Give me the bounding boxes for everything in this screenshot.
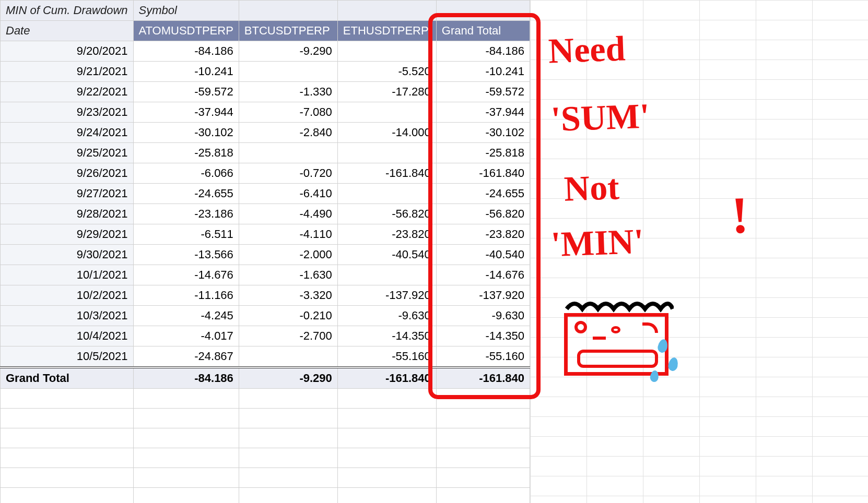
pivot-corner-label[interactable]: MIN of Cum. Drawdown <box>1 1 134 21</box>
cell-value[interactable]: -5.520 <box>337 62 436 82</box>
cell-value[interactable]: -6.410 <box>239 184 337 204</box>
cell-value[interactable] <box>337 102 436 123</box>
cell-value[interactable] <box>337 143 436 163</box>
cell-value[interactable] <box>337 184 436 204</box>
cell-value[interactable]: -23.820 <box>337 224 436 245</box>
grand-total-c0[interactable]: -84.186 <box>133 367 239 389</box>
cell-value[interactable]: -0.720 <box>239 163 337 184</box>
cell-value[interactable]: -10.241 <box>436 62 530 82</box>
cell-value[interactable]: -56.820 <box>436 204 530 224</box>
spreadsheet-empty-grid[interactable] <box>530 0 868 503</box>
cell-value[interactable]: -13.566 <box>133 245 239 265</box>
cell-value[interactable]: -55.160 <box>337 346 436 368</box>
table-row: 10/4/2021-4.017-2.700-14.350-14.350 <box>1 326 530 346</box>
cell-value[interactable]: -3.320 <box>239 285 337 306</box>
cell-value[interactable]: -59.572 <box>133 82 239 102</box>
cell-value[interactable]: -24.867 <box>133 346 239 368</box>
row-date[interactable]: 9/28/2021 <box>1 204 134 224</box>
cell-value[interactable]: -161.840 <box>337 163 436 184</box>
row-date[interactable]: 9/20/2021 <box>1 41 134 62</box>
row-date[interactable]: 9/21/2021 <box>1 62 134 82</box>
cell-value[interactable] <box>337 41 436 62</box>
cell-value[interactable]: -84.186 <box>133 41 239 62</box>
row-date[interactable]: 9/27/2021 <box>1 184 134 204</box>
pivot-col-header-1[interactable]: BTCUSDTPERP <box>239 21 337 41</box>
row-date[interactable]: 10/1/2021 <box>1 265 134 285</box>
pivot-header-blank[interactable] <box>337 1 436 21</box>
cell-value[interactable]: -59.572 <box>436 82 530 102</box>
row-date[interactable]: 10/4/2021 <box>1 326 134 346</box>
cell-value[interactable]: -14.676 <box>133 265 239 285</box>
cell-value[interactable]: -17.280 <box>337 82 436 102</box>
cell-value[interactable]: -24.655 <box>436 184 530 204</box>
cell-value[interactable]: -40.540 <box>337 245 436 265</box>
cell-value[interactable]: -11.166 <box>133 285 239 306</box>
cell-value[interactable]: -25.818 <box>436 143 530 163</box>
grand-total-label[interactable]: Grand Total <box>1 367 134 389</box>
cell-value[interactable]: -9.630 <box>436 306 530 326</box>
row-date[interactable]: 10/3/2021 <box>1 306 134 326</box>
row-date[interactable]: 9/29/2021 <box>1 224 134 245</box>
pivot-col-field-label[interactable]: Symbol <box>133 1 239 21</box>
cell-value[interactable]: -14.350 <box>337 326 436 346</box>
row-date[interactable]: 9/25/2021 <box>1 143 134 163</box>
cell-value[interactable]: -2.700 <box>239 326 337 346</box>
cell-value[interactable]: -4.245 <box>133 306 239 326</box>
cell-value[interactable]: -6.511 <box>133 224 239 245</box>
pivot-header-blank[interactable] <box>239 1 337 21</box>
grand-total-c2[interactable]: -161.840 <box>337 367 436 389</box>
pivot-row-field-label[interactable]: Date <box>1 21 134 41</box>
row-date[interactable]: 9/26/2021 <box>1 163 134 184</box>
cell-value[interactable]: -1.330 <box>239 82 337 102</box>
row-date[interactable]: 9/23/2021 <box>1 102 134 123</box>
cell-value[interactable]: -9.290 <box>239 41 337 62</box>
cell-value[interactable] <box>239 62 337 82</box>
cell-value[interactable] <box>239 143 337 163</box>
table-row: 9/26/2021-6.066-0.720-161.840-161.840 <box>1 163 530 184</box>
cell-value[interactable]: -2.000 <box>239 245 337 265</box>
pivot-col-header-grand-total[interactable]: Grand Total <box>436 21 530 41</box>
cell-value[interactable]: -37.944 <box>436 102 530 123</box>
cell-value[interactable]: -24.655 <box>133 184 239 204</box>
cell-value[interactable]: -4.110 <box>239 224 337 245</box>
cell-value[interactable]: -137.920 <box>337 285 436 306</box>
cell-value[interactable]: -4.017 <box>133 326 239 346</box>
cell-value[interactable]: -25.818 <box>133 143 239 163</box>
cell-value[interactable]: -23.820 <box>436 224 530 245</box>
row-date[interactable]: 9/22/2021 <box>1 82 134 102</box>
cell-value[interactable] <box>337 265 436 285</box>
cell-value[interactable]: -14.000 <box>337 123 436 143</box>
cell-value[interactable]: -14.350 <box>436 326 530 346</box>
row-date[interactable]: 9/24/2021 <box>1 123 134 143</box>
cell-value[interactable]: -14.676 <box>436 265 530 285</box>
cell-value[interactable]: -37.944 <box>133 102 239 123</box>
cell-value[interactable]: -2.840 <box>239 123 337 143</box>
table-row: 9/21/2021-10.241-5.520-10.241 <box>1 62 530 82</box>
grand-total-c3[interactable]: -161.840 <box>436 367 530 389</box>
cell-value[interactable]: -30.102 <box>436 123 530 143</box>
row-date[interactable]: 9/30/2021 <box>1 245 134 265</box>
cell-value[interactable] <box>239 346 337 368</box>
cell-value[interactable]: -40.540 <box>436 245 530 265</box>
cell-value[interactable]: -9.630 <box>337 306 436 326</box>
cell-value[interactable]: -30.102 <box>133 123 239 143</box>
row-date[interactable]: 10/2/2021 <box>1 285 134 306</box>
cell-value[interactable]: -4.490 <box>239 204 337 224</box>
cell-value[interactable]: -56.820 <box>337 204 436 224</box>
row-date[interactable]: 10/5/2021 <box>1 346 134 368</box>
grand-total-c1[interactable]: -9.290 <box>239 367 337 389</box>
cell-value[interactable]: -84.186 <box>436 41 530 62</box>
table-row: 9/24/2021-30.102-2.840-14.000-30.102 <box>1 123 530 143</box>
pivot-header-blank[interactable] <box>436 1 530 21</box>
cell-value[interactable]: -10.241 <box>133 62 239 82</box>
pivot-col-header-0[interactable]: ATOMUSDTPERP <box>133 21 239 41</box>
cell-value[interactable]: -23.186 <box>133 204 239 224</box>
cell-value[interactable]: -55.160 <box>436 346 530 368</box>
cell-value[interactable]: -161.840 <box>436 163 530 184</box>
cell-value[interactable]: -7.080 <box>239 102 337 123</box>
cell-value[interactable]: -1.630 <box>239 265 337 285</box>
pivot-col-header-2[interactable]: ETHUSDTPERP <box>337 21 436 41</box>
cell-value[interactable]: -0.210 <box>239 306 337 326</box>
cell-value[interactable]: -6.066 <box>133 163 239 184</box>
cell-value[interactable]: -137.920 <box>436 285 530 306</box>
